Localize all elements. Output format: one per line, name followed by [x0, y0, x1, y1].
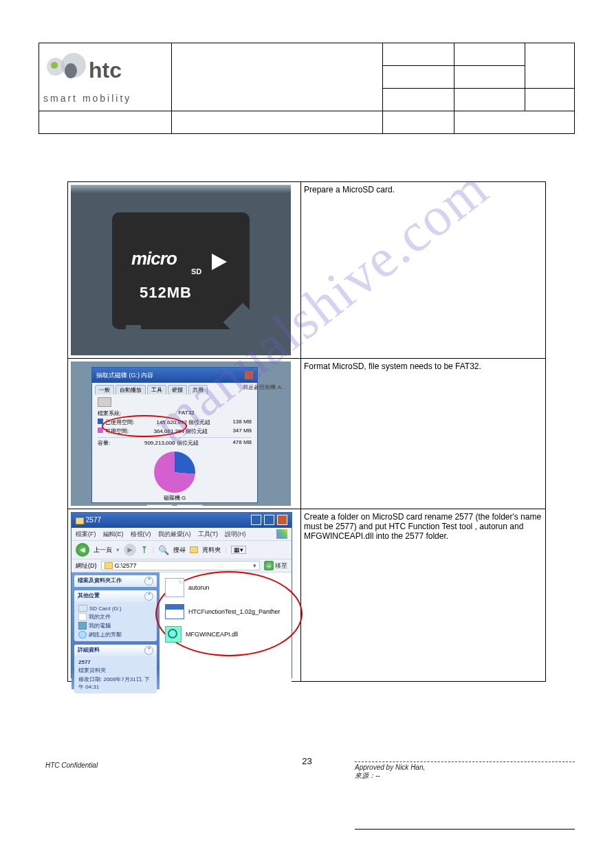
row3-image-cell: 2577 檔案(F) 編輯(E) 檢視(V) 我的最愛(A) 工具(T) [68, 509, 301, 682]
sd-subbrand: SD [191, 267, 201, 276]
address-bar: 網址(D) G:\2577 ▾ → 移至 [72, 559, 292, 572]
up-folder-icon[interactable]: ⤒ [140, 544, 149, 555]
logo-tagline: smart mobility [43, 93, 131, 104]
file-list: autorun HTCFunctionTest_1.02g_Panther MF… [160, 572, 292, 689]
ok-button[interactable]: 確定 [146, 504, 173, 506]
menu-bar: 檔案(F) 編輯(E) 檢視(V) 我的最愛(A) 工具(T) 說明(H) [72, 528, 292, 541]
back-label[interactable]: 上一頁 [94, 546, 112, 555]
address-label: 網址(D) [76, 561, 97, 570]
filesystem-value: FAT32 [179, 410, 195, 417]
sidebar-item-sdcard[interactable]: SD Card (G:) [78, 604, 153, 612]
highlight-ellipse [102, 415, 187, 437]
row1-image-cell: micro SD 512MB [68, 182, 301, 359]
sd-arrow-icon [212, 254, 227, 270]
file-icon [165, 578, 184, 597]
windows-flag-icon [276, 529, 287, 539]
tab-sharing[interactable]: 共用 [188, 385, 208, 394]
back-button[interactable]: ◄ [76, 543, 89, 557]
header-table: htc smart mobility [39, 43, 575, 134]
row3-desc: Create a folder on MicroSD card rename 2… [301, 509, 546, 682]
chevron-up-icon[interactable]: ˄ [144, 592, 153, 601]
folders-label[interactable]: 資料夾 [202, 546, 221, 555]
sidebar-item-mycomputer[interactable]: 我的電腦 [78, 621, 153, 630]
header-spacer [171, 43, 383, 111]
tasks-panel: 檔案及資料夾工作 ˄ [74, 575, 157, 587]
explorer-window: 2577 檔案(F) 編輯(E) 檢視(V) 我的最愛(A) 工具(T) [71, 512, 292, 678]
details-type: 檔案資料夾 [78, 666, 153, 675]
go-label: 移至 [275, 561, 287, 570]
properties-titlebar: 抽取式磁碟 (G:) 內容 [92, 368, 257, 383]
chevron-up-icon[interactable]: ˄ [144, 577, 153, 586]
drive-caption: 磁碟機 G [98, 494, 252, 502]
search-label[interactable]: 搜尋 [173, 546, 186, 555]
tab-autoplay[interactable]: 自動播放 [116, 385, 146, 394]
sidebar: 檔案及資料夾工作 ˄ 其他位置 ˄ SD Card (G:) [72, 572, 160, 689]
forward-button[interactable]: ► [124, 544, 136, 556]
properties-tabs: 一般 自動播放 工具 硬體 共用 [92, 383, 257, 394]
svg-point-1 [51, 62, 58, 69]
address-value: G:\2577 [115, 562, 137, 569]
steps-table: micro SD 512MB Prepare a MicroSD card. 抽… [67, 181, 546, 682]
dll-icon [165, 626, 182, 643]
tab-tools[interactable]: 工具 [147, 385, 166, 394]
window-buttons [250, 515, 287, 526]
header-c1r2 [383, 66, 454, 89]
header-c2r3 [454, 89, 525, 111]
window-title: 2577 [86, 516, 101, 524]
htc-logo: htc [43, 50, 153, 91]
sd-capacity: 512MB [140, 284, 192, 302]
properties-title: 抽取式磁碟 (G:) 內容 [96, 371, 154, 380]
close-icon[interactable] [245, 371, 253, 379]
filesystem-label: 檔案系統: [98, 410, 121, 417]
go-arrow-icon: → [264, 561, 274, 570]
header-c2r1 [454, 43, 525, 66]
menu-tools[interactable]: 工具(T) [198, 530, 219, 539]
source-label: 來源：-- [355, 772, 380, 779]
disk-usage-piechart [154, 452, 195, 493]
free-mb: 347 MB [232, 427, 252, 435]
toolbar: ◄ 上一頁 ▾ ► ⤒ | 🔍 搜尋 資料夾 | ▦▾ [72, 541, 292, 559]
minimize-icon[interactable] [251, 515, 261, 525]
sd-brand: micro [131, 248, 177, 269]
logo-cell: htc smart mobility [39, 43, 172, 111]
menu-help[interactable]: 說明(H) [225, 530, 246, 539]
header-c3 [525, 43, 575, 89]
svg-point-3 [65, 63, 77, 78]
menu-file[interactable]: 檔案(F) [76, 530, 96, 539]
drive-properties-window: 抽取式磁碟 (G:) 內容 一般 自動播放 工具 硬體 共用 [91, 367, 258, 503]
sidebar-item-documents[interactable]: 我的文件 [78, 612, 153, 621]
background-text: 我是參照相機 A… [243, 383, 287, 391]
views-icon[interactable]: ▦▾ [231, 546, 246, 554]
places-panel: 其他位置 ˄ SD Card (G:) 我的文件 我的電腦 網路上的芳鄰 [74, 590, 157, 641]
details-header: 詳細資料 [78, 646, 100, 655]
row2-image-cell: 抽取式磁碟 (G:) 內容 一般 自動播放 工具 硬體 共用 [68, 359, 301, 509]
tab-general[interactable]: 一般 [95, 385, 114, 394]
tab-hardware[interactable]: 硬體 [168, 385, 187, 394]
drive-icon [98, 397, 111, 407]
details-modified: 修改日期: 2008年7月31日, 下午 04:31 [78, 675, 153, 691]
address-input[interactable]: G:\2577 ▾ [101, 561, 261, 570]
header-c1r3 [383, 89, 454, 111]
menu-edit[interactable]: 編輯(E) [103, 530, 124, 539]
capacity-bytes: 509,213,000 個位元組 [144, 439, 199, 447]
explorer-titlebar: 2577 [72, 513, 292, 528]
microsd-photo: micro SD 512MB [71, 185, 291, 355]
maximize-icon[interactable] [264, 515, 274, 525]
go-button[interactable]: → 移至 [264, 561, 287, 570]
menu-favorites[interactable]: 我的最愛(A) [158, 530, 191, 539]
folder-icon [76, 518, 84, 524]
row1-desc: Prepare a MicroSD card. [301, 182, 546, 359]
footer: HTC Confidential Approved by Nick Han, 來… [39, 761, 575, 830]
header-b2 [171, 111, 383, 134]
svg-text:htc: htc [89, 58, 122, 82]
cancel-button[interactable]: 取消 [177, 504, 203, 506]
drive-properties-screenshot: 抽取式磁碟 (G:) 內容 一般 自動播放 工具 硬體 共用 [71, 361, 291, 506]
header-c1r1 [383, 43, 454, 66]
close-icon[interactable] [277, 515, 287, 525]
chevron-up-icon[interactable]: ˄ [144, 646, 153, 655]
sidebar-item-network[interactable]: 網路上的芳鄰 [78, 630, 153, 639]
menu-view[interactable]: 檢視(V) [131, 530, 151, 539]
search-icon[interactable]: 🔍 [158, 545, 169, 555]
header-b1 [39, 111, 172, 134]
folders-pane-icon[interactable] [190, 546, 198, 553]
